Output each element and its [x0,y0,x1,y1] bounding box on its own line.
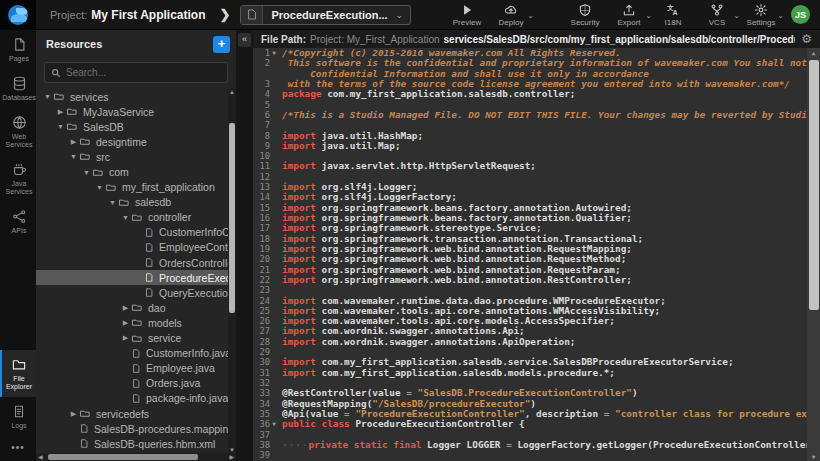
tree-folder-src[interactable]: ▼src [36,149,236,164]
tree-file-salesdb-queries-hbm-xml[interactable]: SalesDB-queries.hbm.xml [36,436,236,451]
tree-file-orders-java[interactable]: Orders.java [36,376,236,391]
code-line[interactable]: 38····private static final Logger LOGGER… [253,440,807,450]
tree-item-label: services [70,91,109,103]
tree-vertical-scrollbar[interactable]: ▲ ▼ [228,89,236,453]
tree-vscroll-thumb[interactable] [229,123,235,313]
line-number: 18 [253,234,280,244]
add-resource-button[interactable]: + [213,36,230,53]
tree-folder-salesdb[interactable]: ▼SalesDB [36,119,236,134]
tree-folder-service[interactable]: ▶service [36,331,236,346]
tree-item-label: designtime [96,136,147,148]
line-number: 13 [253,182,280,192]
chevron-expanded-icon[interactable]: ▼ [68,153,79,160]
code-line[interactable]: 9import java.util.Map; [253,141,807,151]
tree-horizontal-scrollbar[interactable]: ◀ ▶ [36,453,236,461]
code-line[interactable]: 4package com.my_first_application.salesd… [253,89,807,99]
user-avatar[interactable]: JS [791,5,810,24]
code-line[interactable]: 36▼public class ProcedureExecutionContro… [253,419,807,429]
search-input[interactable] [66,67,206,78]
tree-folder-com[interactable]: ▼com [36,164,236,179]
chevron-collapsed-icon[interactable]: ▶ [55,108,66,116]
tree-folder-my-first-application[interactable]: ▼my_first_application [36,180,236,195]
editor-vscroll-thumb[interactable] [809,60,819,310]
i18n-button[interactable]: 文AI18N [656,3,690,27]
rail-item-apis[interactable]: APIs [0,202,36,241]
settings-button[interactable]: Settings⌄ [744,3,778,27]
code-line[interactable]: 22import org.springframework.web.bind.an… [253,275,807,285]
line-number: 11 [253,161,280,171]
line-number: 34 [253,399,280,409]
code-area[interactable]: 1▼/*Copyright (c) 2015-2016 wavemaker.co… [253,48,820,461]
editor-settings-gear-icon[interactable]: ⚙ [801,32,812,46]
chevron-expanded-icon[interactable]: ▼ [42,93,53,100]
tree-item-label: Orders.java [146,377,200,389]
folder-icon [11,357,27,372]
preview-button[interactable]: Preview [450,3,484,27]
tree-folder-services[interactable]: ▼services [36,89,236,104]
rail-item-databases[interactable]: Databases [0,69,36,108]
chevron-expanded-icon[interactable]: ▼ [120,214,131,221]
code-line[interactable]: 39 [253,450,807,460]
scroll-up-icon[interactable]: ▲ [228,89,236,95]
chevron-expanded-icon[interactable]: ▼ [94,184,105,191]
chevron-down-icon: ⌄ [396,10,411,20]
chevron-expanded-icon[interactable]: ▼ [81,169,92,176]
code-line[interactable]: 31import com.my_first_application.salesd… [253,368,807,378]
line-number: 5 [253,100,280,110]
chevron-collapsed-icon[interactable]: ▶ [120,319,131,327]
tree-folder-salesdb[interactable]: ▼salesdb [36,195,236,210]
tree-file-salesdb-procedures-mappings-json[interactable]: SalesDB-procedures.mappings.json [36,421,236,436]
scroll-up-icon[interactable]: ▲ [807,49,820,56]
code-editor: File Path: Project: My_First_Application… [253,30,820,461]
deploy-button[interactable]: Deploy⌄ [494,3,528,27]
rail-overflow-button[interactable]: ••• [0,436,36,461]
chevron-expanded-icon[interactable]: ▼ [107,199,118,206]
export-button[interactable]: Export⌄ [612,3,646,27]
shield-icon [578,3,592,17]
open-file-dropdown[interactable]: ProcedureExecution... ⌄ [240,5,411,25]
chevron-expanded-icon[interactable]: ▼ [55,123,66,130]
rail-item-pages[interactable]: Pages [0,30,36,69]
folder-icon [131,212,143,223]
tree-file-employeecontroller-java[interactable]: EmployeeController.java [36,240,236,255]
scroll-right-icon[interactable]: ▶ [229,453,234,461]
fold-toggle-icon[interactable]: ▼ [270,48,278,58]
code-line[interactable]: 11import javax.servlet.http.HttpServletR… [253,161,807,171]
rail-item-java-services[interactable]: Java Services [0,155,36,202]
security-button[interactable]: Security [568,3,602,27]
tree-item-label: OrdersController.java [159,257,236,269]
tree-file-procedureexecutioncontroller-java[interactable]: ProcedureExecutionController.java [36,270,236,285]
code-line[interactable]: 6/*This is a Studio Managed File. DO NOT… [253,110,807,120]
folder-icon [118,197,130,208]
collapse-panel-button[interactable]: « [238,33,251,47]
chevron-collapsed-icon[interactable]: ▶ [120,334,131,342]
tree-folder-dao[interactable]: ▶dao [36,300,236,315]
tree-folder-controller[interactable]: ▼controller [36,210,236,225]
fold-toggle-icon[interactable]: ▼ [270,419,278,429]
chevron-collapsed-icon[interactable]: ▶ [120,304,131,312]
tree-file-package-info-java[interactable]: package-info.java [36,391,236,406]
chevron-collapsed-icon[interactable]: ▶ [68,410,79,418]
tree-file-queryexecutioncontroller-java[interactable]: QueryExecutionController.java [36,285,236,300]
scroll-down-icon[interactable]: ▼ [807,453,820,460]
rail-item-logs[interactable]: Logs [0,397,36,436]
scroll-left-icon[interactable]: ◀ [38,453,43,461]
rail-item-file-explorer[interactable]: File Explorer [0,350,36,397]
wavemaker-logo[interactable] [0,0,36,30]
rail-item-web-services[interactable]: Web Services [0,108,36,155]
tree-folder-servicedefs[interactable]: ▶servicedefs [36,406,236,421]
tree-file-customerinfocontroller-java[interactable]: CustomerInfoController.java [36,225,236,240]
tree-folder-models[interactable]: ▶models [36,315,236,330]
vcs-button[interactable]: VCS⌄ [700,3,734,27]
tree-hscroll-thumb[interactable] [48,454,198,460]
tree-folder-myjavaservice[interactable]: ▶MyJavaService [36,104,236,119]
rail-item-label: Web Services [2,133,36,149]
tree-file-orderscontroller-java[interactable]: OrdersController.java [36,255,236,270]
line-number: 29 [253,347,280,357]
tree-file-employee-java[interactable]: Employee.java [36,361,236,376]
tree-file-customerinfo-java[interactable]: CustomerInfo.java [36,346,236,361]
code-line[interactable]: 28import com.wordnik.swagger.annotations… [253,337,807,347]
tree-folder-designtime[interactable]: ▶designtime [36,134,236,149]
editor-vertical-scrollbar[interactable]: ▲ ▼ [807,48,820,461]
chevron-collapsed-icon[interactable]: ▶ [68,138,79,146]
